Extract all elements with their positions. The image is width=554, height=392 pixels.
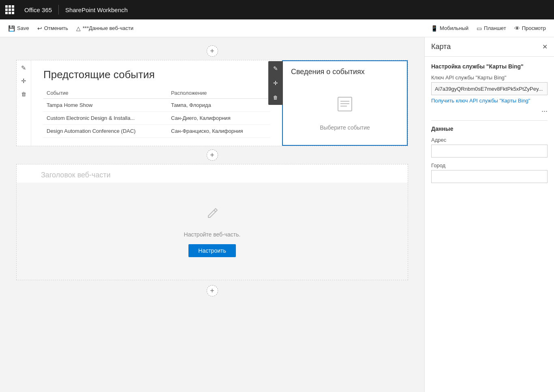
configure-button[interactable]: Настроить (188, 244, 235, 257)
workbench-title: SharePoint Workbench (60, 6, 133, 13)
table-row[interactable]: Custom Electronic Design & Installa...Са… (43, 112, 270, 125)
event-cell: Custom Electronic Design & Installa... (43, 112, 168, 125)
bottom-add-zone: + (16, 285, 408, 296)
list-icon (335, 94, 355, 118)
col-location: Расположение (168, 87, 270, 99)
location-cell: Сан-Диего, Калифорния (168, 112, 270, 125)
detail-edit-button[interactable]: ✎ (268, 61, 283, 76)
main-area: + ✎ ✛ 🗑 Предстоящие события (0, 37, 554, 392)
right-panel-body: Настройка службы "Карты Bing" Ключ API с… (425, 57, 554, 392)
address-label: Адрес (431, 137, 548, 143)
bottom-add-button[interactable]: + (207, 285, 218, 296)
top-bar-divider (58, 5, 59, 15)
city-input[interactable] (431, 170, 548, 183)
waffle-icon (5, 5, 14, 14)
move-webpart-button[interactable]: ✛ (18, 75, 30, 87)
move-icon: ✛ (273, 80, 278, 86)
cancel-button[interactable]: ↩ Отменить (34, 23, 71, 33)
trash-icon: 🗑 (21, 91, 26, 97)
detail-title: Сведения о событиях (283, 61, 407, 79)
preview-button[interactable]: 👁 Просмотр (511, 23, 549, 33)
canvas: + ✎ ✛ 🗑 Предстоящие события (0, 37, 424, 392)
more-options-button[interactable]: ··· (541, 107, 548, 115)
mobile-icon: 📱 (431, 25, 438, 32)
api-key-input[interactable] (431, 82, 548, 95)
top-bar: Office 365 SharePoint Workbench (0, 0, 554, 19)
edit-icon: ✎ (21, 64, 26, 72)
events-webpart: Предстоящие события Событие Расположение… (31, 60, 282, 146)
edit-webpart-button[interactable]: ✎ (18, 62, 30, 74)
events-table: Событие Расположение Tampa Home ShowТамп… (43, 87, 270, 138)
triangle-icon: △ (76, 25, 81, 32)
divider (431, 120, 548, 121)
webpart-container: ✎ ✛ 🗑 Предстоящие события Событие Распол… (16, 60, 408, 146)
pencil-icon: ✎ (273, 65, 278, 72)
top-add-button[interactable]: + (207, 45, 218, 57)
detail-placeholder: Выберите событие (320, 124, 370, 131)
api-key-label: Ключ API службы "Карты Bing" (431, 75, 548, 81)
toolbar: 💾 Save ↩ Отменить △ ***Данные веб-части … (0, 19, 554, 37)
event-cell: Design Automation Conference (DAC) (43, 125, 168, 138)
detail-toolbar: ✎ ✛ 🗑 (268, 61, 283, 105)
data-button[interactable]: △ ***Данные веб-части (73, 23, 137, 33)
tablet-icon: ▭ (477, 25, 482, 32)
detail-move-button[interactable]: ✛ (268, 76, 283, 90)
second-section: Заголовок веб-части Настройте веб-часть.… (16, 164, 408, 280)
app-title: Office 365 (19, 6, 57, 13)
table-row[interactable]: Design Automation Conference (DAC)Сан-Фр… (43, 125, 270, 138)
second-wp-content: Настройте веб-часть. Настроить (17, 183, 408, 280)
save-button[interactable]: 💾 Save (5, 23, 32, 33)
panel-title: Карта (431, 43, 451, 51)
tablet-button[interactable]: ▭ Планшет (473, 23, 509, 33)
events-title: Предстоящие события (43, 68, 270, 81)
middle-add-zone: + (16, 146, 408, 164)
location-cell: Тампа, Флорида (168, 99, 270, 112)
api-link[interactable]: Получить ключ API службы "Карты Bing" (431, 98, 548, 104)
configure-text: Настройте веб-часть. (184, 231, 241, 238)
top-add-zone: + (16, 45, 408, 57)
detail-delete-button[interactable]: 🗑 (268, 90, 283, 105)
bing-section-heading: Настройка службы "Карты Bing" (431, 63, 548, 70)
data-section-heading: Данные (431, 126, 548, 132)
city-label: Город (431, 162, 548, 168)
delete-webpart-button[interactable]: 🗑 (18, 88, 30, 100)
eye-icon: 👁 (514, 25, 520, 32)
second-wp-title: Заголовок веб-части (17, 164, 135, 183)
right-panel-header: Карта ✕ (425, 37, 554, 57)
col-event: Событие (43, 87, 168, 99)
table-row[interactable]: Tampa Home ShowТампа, Флорида (43, 99, 270, 112)
waffle-button[interactable] (0, 0, 19, 19)
detail-content: Выберите событие (283, 79, 407, 145)
move-icon: ✛ (21, 77, 26, 85)
pencil-icon (204, 205, 220, 225)
close-button[interactable]: ✕ (542, 43, 548, 51)
mobile-button[interactable]: 📱 Мобильный (428, 23, 472, 33)
side-toolbar: ✎ ✛ 🗑 (17, 60, 31, 146)
middle-add-button[interactable]: + (207, 149, 218, 161)
undo-icon: ↩ (37, 25, 42, 32)
second-section-inner: Заголовок веб-части Настройте веб-часть.… (17, 164, 408, 280)
right-panel: Карта ✕ Настройка службы "Карты Bing" Кл… (424, 37, 554, 392)
detail-panel: ✎ ✛ 🗑 Сведения о событиях (282, 60, 408, 146)
save-icon: 💾 (8, 25, 15, 32)
svg-line-4 (214, 210, 216, 212)
address-input[interactable] (431, 145, 548, 158)
event-cell: Tampa Home Show (43, 99, 168, 112)
trash-icon: 🗑 (273, 95, 278, 100)
location-cell: Сан-Франциско, Калифорния (168, 125, 270, 138)
